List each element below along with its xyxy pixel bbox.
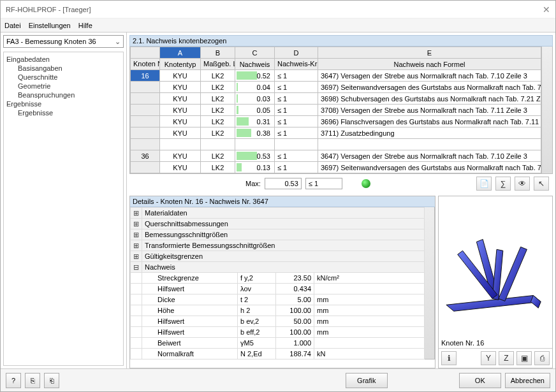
grid-hdr-knotentyp[interactable]: Knotentyp	[160, 59, 201, 70]
table-row[interactable]: KYULK20.38≤ 13711) Zusatzbedingung	[131, 127, 541, 139]
menu-file[interactable]: Datei	[4, 22, 21, 29]
status-ok-icon	[362, 179, 370, 188]
menu-settings[interactable]: Einstellungen	[29, 22, 71, 29]
grid-col-A[interactable]: A	[160, 47, 201, 59]
details-group[interactable]: ⊞Bemessungsschnittgrößen	[131, 229, 425, 240]
table-row[interactable]: KYULK20.13≤ 13697) Seitenwandversagen de…	[131, 162, 541, 173]
table-row[interactable]: KYULK20.31≤ 13696) Flanschversagen des G…	[131, 116, 541, 127]
tree-eingabedaten[interactable]: Eingabedaten	[5, 55, 122, 64]
details-group[interactable]: ⊞Materialdaten	[131, 208, 425, 219]
details-row[interactable]: Hilfswertλov0.434	[131, 284, 425, 294]
grid-col-E[interactable]: E	[318, 47, 541, 59]
table-row[interactable]	[131, 139, 541, 150]
grid-hdr-krit[interactable]: Nachweis-Kriterium	[275, 59, 318, 70]
grid-col-C[interactable]: C	[235, 47, 275, 59]
viewer-print-button[interactable]: ⎙	[534, 351, 550, 365]
toolbar-btn-4[interactable]: ↖	[534, 177, 549, 191]
viewer-caption: Knoten Nr. 16	[439, 338, 552, 348]
details-title: Details - Knoten Nr. 16 - Nachweis Nr. 3…	[130, 196, 435, 207]
details-group-nachweis[interactable]: ⊟Nachweis	[131, 262, 425, 273]
node-viewer: Knoten Nr. 16 ℹ Y Z ▣ ⎙	[438, 196, 553, 368]
details-group[interactable]: ⊞Transformierte Bemessungsschnittgrößen	[131, 240, 425, 251]
tree-ergebnisse-group[interactable]: Ergebnisse	[5, 99, 122, 108]
cancel-button[interactable]: Abbrechen	[505, 373, 550, 388]
details-group[interactable]: ⊞Querschnittsabmessungen	[131, 219, 425, 229]
details-vertical-scrollbar[interactable]	[425, 207, 435, 359]
grid-corner	[131, 47, 160, 59]
grid-col-B[interactable]: B	[201, 47, 235, 59]
sidebar: FA3 - Bemessung Knoten 36 ⌄ Eingabedaten…	[1, 33, 127, 368]
ok-button[interactable]: OK	[459, 373, 501, 388]
grid-hdr-nachweis[interactable]: Nachweis	[235, 59, 275, 70]
titlebar: RF-HOHLPROF - [Traeger] ✕	[1, 1, 555, 18]
grid-col-D[interactable]: D	[275, 47, 318, 59]
details-row[interactable]: Dicket 25.00mm	[131, 294, 425, 305]
tree-geometrie[interactable]: Geometrie	[5, 82, 122, 91]
tree-querschnitte[interactable]: Querschnitte	[5, 73, 122, 82]
results-grid[interactable]: A B C D E Knoten Nr. Knotentyp Maßgeb. L…	[129, 47, 542, 174]
menubar: Datei Einstellungen Hilfe	[1, 18, 555, 33]
viewer-view-iso-button[interactable]: ▣	[516, 351, 532, 365]
bottom-bar: ? ⎘ ⎗ Grafik OK Abbrechen	[1, 368, 555, 391]
grid-hdr-lf[interactable]: Maßgeb. LF	[201, 59, 235, 70]
details-row[interactable]: BeiwertγM51.000	[131, 338, 425, 349]
chevron-down-icon: ⌄	[115, 38, 121, 46]
details-row[interactable]: Hilfswertb eff,2100.00mm	[131, 327, 425, 338]
toolbar-btn-3[interactable]: 👁	[515, 177, 530, 191]
tree-basisangaben[interactable]: Basisangaben	[5, 64, 122, 73]
svg-marker-1	[530, 296, 541, 309]
details-group[interactable]: ⊞Gültigkeitsgrenzen	[131, 251, 425, 262]
table-row[interactable]: KYULK20.04≤ 13697) Seitenwandversagen de…	[131, 82, 541, 93]
grid-hdr-formel[interactable]: Nachweis nach Formel	[318, 59, 541, 70]
details-table[interactable]: ⊞Materialdaten⊞Querschnittsabmessungen⊞B…	[130, 207, 425, 359]
export-button[interactable]: ⎘	[25, 373, 40, 388]
details-row[interactable]: Höheh 2100.00mm	[131, 305, 425, 316]
tree-beanspruchungen[interactable]: Beanspruchungen	[5, 91, 122, 99]
toolbar-btn-2[interactable]: ∑	[495, 177, 511, 191]
close-icon[interactable]: ✕	[543, 4, 550, 15]
window-title: RF-HOHLPROF - [Traeger]	[6, 6, 543, 13]
details-row[interactable]: NormalkraftN 2,Ed188.74kN	[131, 349, 425, 359]
details-row[interactable]: Streckgrenzef y,223.50kN/cm²	[131, 273, 425, 284]
max-crit-field: ≤ 1	[305, 178, 342, 189]
max-row: Max: 0.53 ≤ 1 📄 ∑ 👁 ↖	[129, 174, 553, 193]
tree-ergebnisse-item[interactable]: Ergebnisse	[5, 108, 122, 117]
table-row[interactable]: KYULK20.05≤ 13708) Versagen der Strebe a…	[131, 105, 541, 116]
help-button[interactable]: ?	[6, 373, 21, 388]
case-combobox-value: FA3 - Bemessung Knoten 36	[6, 38, 96, 45]
max-value-field: 0.53	[265, 178, 302, 189]
details-row[interactable]: Hilfswertb ev,250.00mm	[131, 316, 425, 327]
grafik-button[interactable]: Grafik	[346, 373, 388, 388]
nav-tree: Eingabedaten Basisangaben Querschnitte G…	[3, 52, 124, 366]
table-row[interactable]: 36KYULK20.53≤ 13647) Versagen der Strebe…	[131, 150, 541, 162]
import-button[interactable]: ⎗	[44, 373, 59, 388]
grid-vertical-scrollbar[interactable]	[542, 47, 553, 174]
grid-hdr-knoten[interactable]: Knoten Nr.	[131, 59, 160, 70]
viewer-info-button[interactable]: ℹ	[441, 351, 457, 365]
menu-help[interactable]: Hilfe	[78, 22, 92, 29]
viewer-view-z-button[interactable]: Z	[499, 351, 514, 365]
table-row[interactable]: KYULK20.03≤ 13698) Schubversagen des Gur…	[131, 93, 541, 105]
details-panel: Details - Knoten Nr. 16 - Nachweis Nr. 3…	[129, 196, 435, 368]
grid-section-title: 2.1. Nachweis knotenbezogen	[129, 35, 553, 47]
toolbar-btn-1[interactable]: 📄	[476, 177, 492, 191]
table-row[interactable]: 16KYULK20.52≤ 13647) Versagen der Strebe…	[131, 70, 541, 82]
max-label: Max:	[245, 180, 261, 187]
node-viewer-canvas[interactable]	[439, 196, 552, 338]
case-combobox[interactable]: FA3 - Bemessung Knoten 36 ⌄	[3, 35, 124, 48]
viewer-view-y-button[interactable]: Y	[481, 351, 496, 365]
